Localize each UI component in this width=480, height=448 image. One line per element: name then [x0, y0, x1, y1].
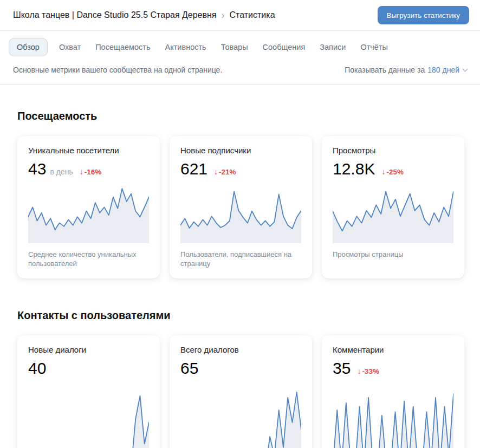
tab-reports[interactable]: Отчёты [360, 43, 388, 51]
subheader: Основные метрики вашего сообщества на од… [0, 61, 480, 85]
chevron-down-icon [463, 67, 468, 72]
export-statistics-button[interactable]: Выгрузить статистику [378, 6, 469, 24]
card-delta: ↓ -33% [357, 367, 379, 375]
card-caption: Просмотры страницы [333, 250, 453, 259]
section-attendance: Посещаемость Уникальные посетители 43 в … [17, 110, 465, 278]
breadcrumb: Школа танцев | Dance Studio 25.5 Старая … [13, 10, 275, 21]
card-value: 12.8K [333, 160, 375, 178]
card-value: 621 [180, 160, 207, 178]
page-description: Основные метрики вашего сообщества на од… [13, 66, 222, 74]
card-value-row: 65 [180, 359, 301, 378]
card-value: 43 [28, 160, 46, 178]
breadcrumb-separator-icon: › [222, 10, 225, 21]
arrow-down-icon: ↓ [357, 367, 361, 375]
main-content: Посещаемость Уникальные посетители 43 в … [0, 110, 480, 448]
section-contacts: Контакты с пользователями Новые диалоги … [17, 309, 465, 448]
sparkline-chart [28, 383, 149, 448]
community-title-link[interactable]: Школа танцев | Dance Studio 25.5 Старая … [13, 10, 217, 20]
card-unit: в день [50, 167, 73, 176]
card-delta-value: -33% [362, 367, 379, 375]
card-delta: ↓ -16% [80, 167, 102, 176]
tab-goods[interactable]: Товары [221, 43, 248, 51]
card-delta-value: -21% [219, 168, 236, 176]
card-views: Просмотры 12.8K ↓ -25% Просмотры страниц… [322, 136, 464, 278]
card-title: Уникальные посетители [28, 146, 149, 155]
tab-attendance[interactable]: Посещаемость [95, 43, 150, 51]
card-delta-value: -25% [386, 168, 404, 176]
section-title: Контакты с пользователями [17, 309, 465, 322]
tab-messages[interactable]: Сообщения [263, 43, 306, 51]
sparkline-chart [333, 184, 453, 243]
period-value: 180 дней [427, 66, 459, 74]
card-value: 35 [333, 359, 351, 378]
card-value-row: 43 в день ↓ -16% [28, 160, 149, 178]
cards-row: Новые диалоги 40 Всего диалогов 65 Комме… [17, 335, 465, 448]
arrow-down-icon: ↓ [381, 167, 385, 176]
card-title: Всего диалогов [180, 345, 301, 355]
period-dropdown[interactable]: 180 дней [427, 66, 467, 74]
card-total-dialogs: Всего диалогов 65 [170, 335, 312, 448]
period-label: Показывать данные за [345, 66, 425, 74]
arrow-down-icon: ↓ [80, 167, 83, 176]
page-title: Статистика [230, 10, 275, 20]
sparkline-chart [180, 383, 301, 448]
card-title: Новые диалоги [28, 345, 149, 355]
sparkline-chart [28, 184, 149, 243]
card-new-dialogs: Новые диалоги 40 [17, 335, 160, 448]
sparkline-chart [333, 383, 453, 448]
card-title: Просмотры [333, 146, 453, 155]
arrow-down-icon: ↓ [214, 167, 218, 176]
card-new-followers: Новые подписчики 621 ↓ -21% Пользователи… [170, 136, 312, 278]
tab-posts[interactable]: Записи [320, 43, 346, 51]
period-selector: Показывать данные за 180 дней [345, 66, 467, 74]
card-delta: ↓ -21% [214, 167, 236, 176]
card-caption: Пользователи, подписавшиеся на страницу [180, 250, 301, 268]
divider [0, 85, 480, 85]
page-header: Школа танцев | Dance Studio 25.5 Старая … [0, 0, 480, 31]
card-value: 65 [180, 359, 198, 378]
card-value: 40 [28, 359, 46, 378]
card-value-row: 621 ↓ -21% [180, 160, 301, 178]
card-unique-visitors: Уникальные посетители 43 в день ↓ -16% С… [17, 136, 160, 278]
cards-row: Уникальные посетители 43 в день ↓ -16% С… [17, 136, 465, 278]
card-comments: Комментарии 35 ↓ -33% [322, 335, 464, 448]
card-delta: ↓ -25% [381, 167, 404, 176]
card-value-row: 12.8K ↓ -25% [333, 160, 453, 178]
section-title: Посещаемость [17, 110, 465, 122]
card-title: Комментарии [333, 345, 453, 355]
tab-reach[interactable]: Охват [59, 43, 81, 51]
stats-tabs: Обзор Охват Посещаемость Активность Това… [0, 31, 480, 61]
tab-activity[interactable]: Активность [165, 43, 206, 51]
sparkline-chart [180, 184, 301, 243]
card-value-row: 35 ↓ -33% [333, 359, 453, 378]
card-value-row: 40 [28, 359, 149, 378]
card-title: Новые подписчики [180, 146, 301, 155]
card-caption: Среднее количество уникальных пользовате… [28, 250, 149, 268]
card-delta-value: -16% [85, 168, 102, 176]
tab-overview[interactable]: Обзор [9, 38, 48, 56]
